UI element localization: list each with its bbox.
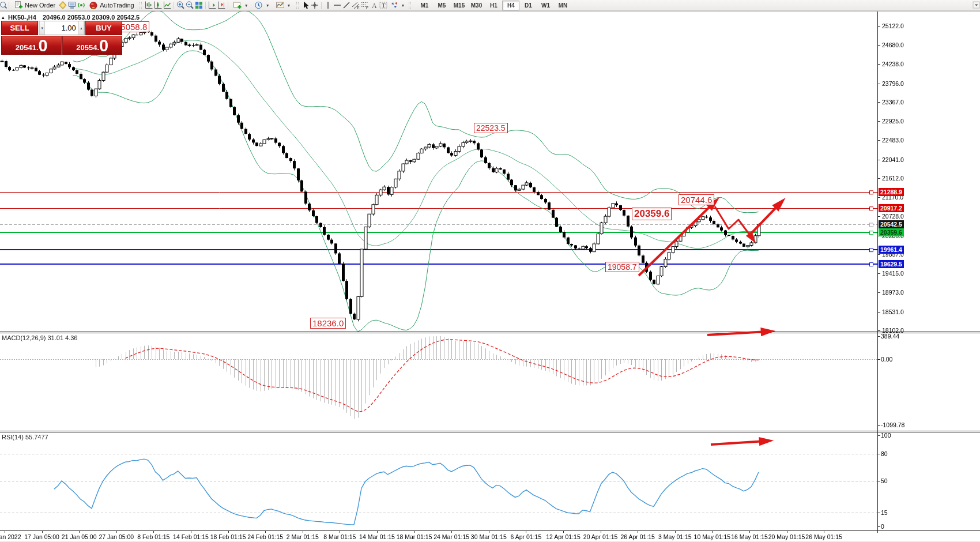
timeframe-m30[interactable]: M30	[468, 1, 485, 10]
timeframe-h1[interactable]: H1	[485, 1, 502, 10]
toolbar-separator	[321, 2, 322, 9]
tile-windows-icon[interactable]	[194, 1, 203, 10]
line-chart-icon[interactable]	[163, 1, 172, 10]
clock-icon	[254, 1, 263, 10]
new-order-button[interactable]: New Order	[11, 0, 58, 10]
equidistant-channel-icon[interactable]: E	[351, 1, 360, 10]
arrows-icon	[390, 1, 399, 10]
sell-button[interactable]: SELL	[1, 21, 38, 35]
volume-input[interactable]	[45, 21, 78, 35]
volume-control: ▼ ▲	[39, 21, 85, 35]
mt4-terminal-window: New Order AutoTrading	[0, 0, 980, 542]
timeframe-h4[interactable]: H4	[502, 1, 519, 10]
zoom-out-icon[interactable]	[185, 1, 194, 10]
styler-icon[interactable]	[58, 1, 67, 10]
timeframe-group: M1M5M15M30H1H4D1W1MN	[416, 1, 571, 10]
timeframe-w1[interactable]: W1	[537, 1, 554, 10]
new-order-icon	[14, 1, 23, 10]
svg-text:F: F	[366, 6, 368, 10]
crosshair-icon[interactable]	[310, 1, 319, 10]
auto-scroll-icon[interactable]	[208, 1, 217, 10]
arrows-dropdown[interactable]: ▼	[388, 0, 407, 10]
text-label-icon[interactable]: T	[379, 1, 388, 10]
buy-button[interactable]: BUY	[85, 21, 122, 35]
buy-price-display[interactable]: 20554.0	[62, 36, 123, 55]
terminal-icon[interactable]	[67, 1, 77, 10]
toolbar-overflow-icon[interactable]	[972, 1, 980, 10]
chart-canvas[interactable]	[0, 0, 980, 542]
sell-price-big-digit: 0	[39, 37, 47, 54]
autotrading-icon	[89, 1, 98, 10]
timeframe-mn[interactable]: MN	[554, 1, 571, 10]
timeframe-m5[interactable]: M5	[433, 1, 450, 10]
toolbar-separator	[174, 2, 174, 9]
buy-price-big-digit: 0	[99, 37, 108, 54]
periodicity-dropdown[interactable]: ▼	[251, 0, 273, 10]
chevron-down-icon: ▼	[287, 3, 291, 7]
magnifier-icon[interactable]	[0, 1, 7, 10]
chevron-down-icon: ▼	[244, 3, 248, 7]
new-chart-dropdown[interactable]: ▼	[230, 0, 251, 10]
sell-price-display[interactable]: 20541.0	[1, 36, 62, 55]
chevron-down-icon: ▼	[266, 3, 270, 7]
autotrading-label: AutoTrading	[100, 2, 134, 9]
toolbar-drag-handle[interactable]	[409, 2, 411, 9]
candlestick-chart-icon[interactable]	[153, 1, 163, 10]
trendline-icon[interactable]	[342, 1, 351, 10]
toolbar-drag-handle[interactable]	[140, 2, 142, 9]
template-icon	[276, 1, 285, 10]
trade-panel-toggle-icon[interactable]: ▴	[2, 14, 5, 20]
chevron-down-icon: ▼	[401, 3, 405, 7]
template-dropdown[interactable]: ▼	[273, 0, 294, 10]
autotrading-button[interactable]: AutoTrading	[86, 0, 137, 10]
svg-text:T: T	[382, 2, 385, 9]
toolbar-separator	[9, 2, 9, 9]
toolbar-drag-handle[interactable]	[296, 2, 299, 9]
volume-increase-button[interactable]: ▲	[78, 21, 84, 35]
timeframe-d1[interactable]: D1	[519, 1, 537, 10]
text-icon[interactable]: A	[370, 1, 379, 10]
vertical-line-icon[interactable]	[323, 1, 333, 10]
timeframe-m15[interactable]: M15	[450, 1, 468, 10]
main-toolbar: New Order AutoTrading	[0, 0, 980, 11]
buy-price-main: 20554.	[76, 43, 99, 54]
toolbar-separator	[228, 2, 228, 9]
fibonacci-icon[interactable]: F	[360, 1, 370, 10]
zoom-in-icon[interactable]	[176, 1, 185, 10]
bar-chart-icon[interactable]	[144, 1, 153, 10]
horizontal-line-icon[interactable]	[333, 1, 342, 10]
new-chart-icon	[233, 1, 242, 10]
cursor-icon[interactable]	[301, 1, 310, 10]
svg-text:E: E	[357, 6, 360, 10]
volume-decrease-button[interactable]: ▼	[39, 21, 45, 35]
chart-shift-icon[interactable]	[217, 1, 226, 10]
one-click-trading-panel: SELL ▼ ▲ BUY 20541.0 20554.0	[1, 21, 122, 55]
svg-text:A: A	[372, 2, 377, 10]
signals-icon[interactable]	[77, 1, 86, 10]
sell-price-main: 20541.	[16, 43, 39, 54]
new-order-label: New Order	[25, 2, 55, 9]
timeframe-m1[interactable]: M1	[416, 1, 433, 10]
toolbar-separator	[205, 2, 206, 9]
